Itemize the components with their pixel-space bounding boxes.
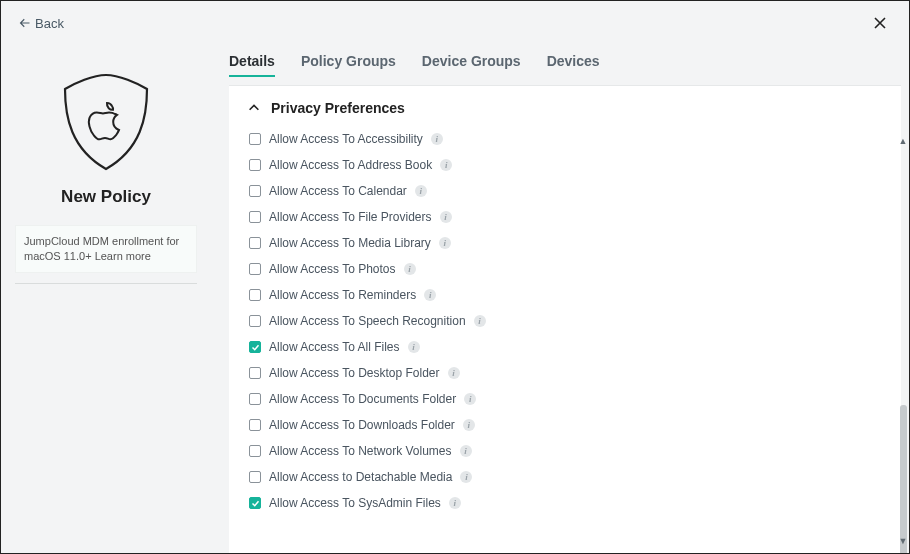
option-row: Allow Access To Desktop Folderi <box>249 360 883 386</box>
option-label: Allow Access To Network Volumes <box>269 444 452 458</box>
help-icon[interactable]: i <box>474 315 486 327</box>
policy-title: New Policy <box>61 187 151 207</box>
section-toggle[interactable]: Privacy Preferences <box>247 100 883 116</box>
option-label: Allow Access To Speech Recognition <box>269 314 466 328</box>
tab-device-groups[interactable]: Device Groups <box>422 53 521 77</box>
option-checkbox[interactable] <box>249 315 261 327</box>
help-icon[interactable]: i <box>460 445 472 457</box>
help-icon[interactable]: i <box>431 133 443 145</box>
help-icon[interactable]: i <box>460 471 472 483</box>
option-label: Allow Access To Photos <box>269 262 396 276</box>
option-checkbox[interactable] <box>249 471 261 483</box>
chevron-up-icon <box>247 101 261 115</box>
tab-devices[interactable]: Devices <box>547 53 600 77</box>
help-icon[interactable]: i <box>415 185 427 197</box>
option-checkbox[interactable] <box>249 289 261 301</box>
option-label: Allow Access to Detachable Media <box>269 470 452 484</box>
option-checkbox[interactable] <box>249 419 261 431</box>
option-checkbox[interactable] <box>249 497 261 509</box>
scrollbar[interactable]: ▲ ▼ <box>897 135 909 547</box>
help-icon[interactable]: i <box>404 263 416 275</box>
option-label: Allow Access To Desktop Folder <box>269 366 440 380</box>
close-icon <box>872 15 888 31</box>
scroll-up-arrow[interactable]: ▲ <box>897 135 909 147</box>
option-row: Allow Access To Documents Folderi <box>249 386 883 412</box>
help-icon[interactable]: i <box>440 159 452 171</box>
tabs: DetailsPolicy GroupsDevice GroupsDevices <box>229 45 901 85</box>
option-checkbox[interactable] <box>249 185 261 197</box>
option-label: Allow Access To All Files <box>269 340 400 354</box>
option-label: Allow Access To Calendar <box>269 184 407 198</box>
sidebar-divider <box>15 283 197 284</box>
option-row: Allow Access To Network Volumesi <box>249 438 883 464</box>
policy-shield-icon <box>46 61 166 181</box>
option-label: Allow Access To Media Library <box>269 236 431 250</box>
option-checkbox[interactable] <box>249 367 261 379</box>
option-row: Allow Access To Address Booki <box>249 152 883 178</box>
help-icon[interactable]: i <box>464 393 476 405</box>
option-checkbox[interactable] <box>249 159 261 171</box>
section-title: Privacy Preferences <box>271 100 405 116</box>
option-label: Allow Access To Address Book <box>269 158 432 172</box>
scroll-thumb[interactable] <box>900 405 907 554</box>
details-panel: Privacy Preferences Allow Access To Acce… <box>229 85 901 553</box>
option-checkbox[interactable] <box>249 393 261 405</box>
arrow-left-icon <box>19 17 31 29</box>
help-icon[interactable]: i <box>440 211 452 223</box>
help-icon[interactable]: i <box>439 237 451 249</box>
enrollment-note: JumpCloud MDM enrollment for macOS 11.0+… <box>15 225 197 273</box>
scroll-down-arrow[interactable]: ▼ <box>897 535 909 547</box>
learn-more-link[interactable]: Learn more <box>95 250 151 262</box>
help-icon[interactable]: i <box>463 419 475 431</box>
option-row: Allow Access To Media Libraryi <box>249 230 883 256</box>
option-checkbox[interactable] <box>249 237 261 249</box>
option-label: Allow Access To Reminders <box>269 288 416 302</box>
option-label: Allow Access To Downloads Folder <box>269 418 455 432</box>
option-checkbox[interactable] <box>249 263 261 275</box>
option-checkbox[interactable] <box>249 133 261 145</box>
option-row: Allow Access To Photosi <box>249 256 883 282</box>
option-label: Allow Access To Accessibility <box>269 132 423 146</box>
option-row: Allow Access To Remindersi <box>249 282 883 308</box>
back-label: Back <box>35 16 64 31</box>
option-row: Allow Access to Detachable Mediai <box>249 464 883 490</box>
option-row: Allow Access To Accessibilityi <box>249 126 883 152</box>
option-label: Allow Access To Documents Folder <box>269 392 456 406</box>
option-row: Allow Access To File Providersi <box>249 204 883 230</box>
help-icon[interactable]: i <box>449 497 461 509</box>
close-button[interactable] <box>869 12 891 34</box>
option-row: Allow Access To Downloads Folderi <box>249 412 883 438</box>
help-icon[interactable]: i <box>424 289 436 301</box>
option-checkbox[interactable] <box>249 445 261 457</box>
tab-details[interactable]: Details <box>229 53 275 77</box>
option-row: Allow Access To Speech Recognitioni <box>249 308 883 334</box>
option-label: Allow Access To SysAdmin Files <box>269 496 441 510</box>
help-icon[interactable]: i <box>408 341 420 353</box>
option-row: Allow Access To Calendari <box>249 178 883 204</box>
tab-policy-groups[interactable]: Policy Groups <box>301 53 396 77</box>
option-row: Allow Access To All Filesi <box>249 334 883 360</box>
option-checkbox[interactable] <box>249 341 261 353</box>
sidebar: New Policy JumpCloud MDM enrollment for … <box>1 45 211 553</box>
option-checkbox[interactable] <box>249 211 261 223</box>
back-button[interactable]: Back <box>19 16 64 31</box>
help-icon[interactable]: i <box>448 367 460 379</box>
option-row: Allow Access To SysAdmin Filesi <box>249 490 883 516</box>
option-label: Allow Access To File Providers <box>269 210 432 224</box>
